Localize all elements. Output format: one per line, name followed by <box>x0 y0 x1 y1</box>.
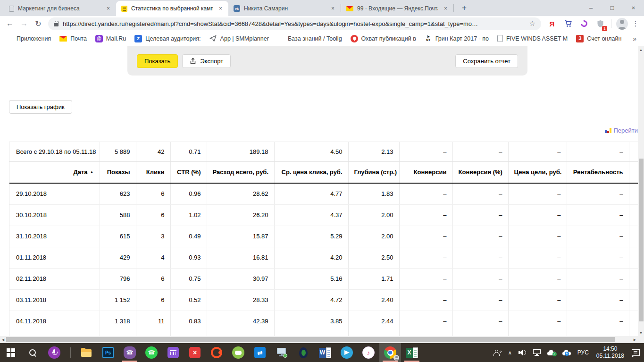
taskbar-cortana-button[interactable] <box>43 343 65 362</box>
bookmarks-overflow-icon[interactable]: » <box>631 31 638 46</box>
vertical-scrollbar-thumb[interactable] <box>639 159 644 321</box>
save-report-button[interactable]: Сохранить отчет <box>455 54 518 68</box>
taskbar-egg-app[interactable] <box>293 343 314 362</box>
scroll-down-icon[interactable]: ▼ <box>638 329 644 336</box>
tab-vk[interactable]: vk Никита Самарин × <box>228 1 341 16</box>
taskbar-word[interactable]: W <box>314 343 336 362</box>
column-header[interactable] <box>629 161 638 183</box>
column-header[interactable]: Ср. цена клика, руб. <box>274 161 348 183</box>
vertical-scrollbar[interactable]: ▲ ▼ <box>638 46 644 336</box>
taskbar-smmplanner[interactable] <box>162 343 184 362</box>
table-cell: 4.50 <box>274 142 348 161</box>
tray-cloud-sync-button[interactable]: ↻ <box>559 343 574 362</box>
url-text[interactable]: https://direct.yandex.ru/registered/main… <box>63 20 525 27</box>
tray-network-button[interactable] <box>530 343 544 362</box>
taskbar-remote-desktop[interactable] <box>271 343 293 362</box>
table-cell <box>629 332 638 336</box>
close-tab-icon[interactable]: × <box>217 5 225 13</box>
column-header[interactable]: Дата▲ <box>9 161 100 183</box>
show-chart-button[interactable]: Показать график <box>9 100 72 114</box>
new-tab-button[interactable]: + <box>458 1 471 15</box>
column-header[interactable]: Цена цели, руб. <box>508 161 567 183</box>
scroll-left-icon[interactable]: ◀ <box>0 336 6 343</box>
swirl-extension-icon[interactable] <box>577 17 591 30</box>
table-cell <box>100 332 136 336</box>
close-tab-icon[interactable]: × <box>442 5 450 13</box>
table-cell: 16.81 <box>207 247 274 268</box>
tray-people-button[interactable] <box>490 343 505 362</box>
table-cell: 3.85 <box>274 311 348 332</box>
taskbar-excel[interactable]: X <box>401 343 423 362</box>
table-cell: 4.77 <box>274 183 348 204</box>
scrollbar-corner <box>638 336 644 343</box>
taskbar-green-app[interactable] <box>227 343 249 362</box>
tab-marketing[interactable]: Маркетинг для бизнеса × <box>4 1 116 16</box>
column-header[interactable]: Конверсия (%) <box>452 161 508 183</box>
bookmark-five-winds[interactable]: FIVE WINDS ASSET M <box>497 35 568 42</box>
scroll-right-icon[interactable]: ▶ <box>632 336 638 343</box>
column-header[interactable]: Глубина (стр.) <box>348 161 399 183</box>
bookmark-mailru[interactable]: @Mail.Ru <box>95 35 126 42</box>
column-header[interactable]: Клики <box>136 161 170 183</box>
column-header[interactable]: Рентабельность <box>567 161 629 183</box>
metrika-link[interactable]: Перейти <box>605 127 638 134</box>
bookmark-smmplanner[interactable]: App | SMMplanner <box>209 35 269 42</box>
bookmark-invoice[interactable]: ЗСчет онлайн <box>576 35 621 42</box>
column-header[interactable]: Показы <box>100 161 136 183</box>
profile-avatar[interactable] <box>616 18 628 30</box>
tray-language-indicator[interactable]: РУС <box>574 343 592 362</box>
bookmark-reach[interactable]: Охват публикаций в <box>351 35 416 42</box>
browser-menu-icon[interactable]: ⋮ <box>630 19 641 28</box>
bookmark-green-card[interactable]: I♥NYГрин Карт 2017 - по <box>425 35 489 42</box>
tray-clock[interactable]: 14:50 05.11.2018 <box>592 343 628 362</box>
show-button[interactable]: Показать <box>137 54 178 68</box>
maximize-button[interactable]: □ <box>602 0 623 16</box>
taskbar-telegram[interactable] <box>336 343 358 362</box>
column-header[interactable]: CTR (%) <box>170 161 207 183</box>
table-cell: – <box>508 247 567 268</box>
tray-show-hidden-icons[interactable]: ∧ <box>505 343 515 362</box>
minimize-button[interactable]: – <box>580 0 602 16</box>
column-header[interactable]: Расход всего, руб. <box>207 161 274 183</box>
taskbar-photoshop[interactable]: Ps <box>97 343 119 362</box>
tab-statistics-active[interactable]: Статистика по выбранной камп × <box>116 1 228 16</box>
close-tab-icon[interactable]: × <box>329 5 337 13</box>
bookmark-knowledge-base[interactable]: База знаний / Toolig <box>277 35 342 42</box>
taskbar-itunes[interactable]: ♪ <box>358 343 379 362</box>
bookmark-pochta[interactable]: Почта <box>59 35 87 42</box>
horizontal-scrollbar[interactable]: ◀ ▶ <box>0 336 638 343</box>
taskbar-search-button[interactable] <box>22 343 43 362</box>
taskbar-red-x-app[interactable]: × <box>184 343 206 362</box>
tab-yandex-mail[interactable]: 99 · Входящие — Яндекс.Почта × <box>341 1 453 16</box>
close-window-button[interactable]: × <box>623 0 644 16</box>
yandex-extension-icon[interactable]: Я <box>545 17 559 30</box>
table-cell: 615 <box>100 226 136 247</box>
taskbar-whatsapp[interactable]: ☎ <box>141 343 162 362</box>
start-button[interactable] <box>0 343 22 362</box>
address-bar[interactable]: https://direct.yandex.ru/registered/main… <box>48 17 541 30</box>
table-cell: 2.50 <box>348 247 399 268</box>
taskbar-record-app[interactable] <box>206 343 227 362</box>
tray-volume-button[interactable] <box>515 343 530 362</box>
taskbar-file-explorer[interactable] <box>75 343 97 362</box>
taskbar-teamviewer[interactable]: ⇄ <box>249 343 271 362</box>
export-button[interactable]: Экспорт <box>182 54 231 68</box>
bookmark-apps[interactable]: Приложения <box>6 35 51 42</box>
reload-button[interactable]: ↻ <box>31 17 45 31</box>
horizontal-scrollbar-thumb[interactable] <box>6 337 615 342</box>
taskbar-viber[interactable]: ☎ <box>119 343 141 362</box>
bookmark-label: FIVE WINDS ASSET M <box>506 35 568 42</box>
shield-extension-icon[interactable]: 1 <box>594 17 607 30</box>
close-tab-icon[interactable]: × <box>104 5 112 13</box>
tray-cloud-synced-button[interactable]: ✓ <box>544 343 559 362</box>
bookmark-star-icon[interactable]: ☆ <box>529 19 535 28</box>
column-header[interactable]: Конверсии <box>399 161 452 183</box>
cart-extension-icon[interactable] <box>561 17 575 30</box>
lock-icon[interactable] <box>54 21 59 26</box>
tray-action-center-button[interactable] <box>628 343 643 362</box>
forward-button[interactable]: → <box>17 17 31 31</box>
bookmark-audience[interactable]: ZЦелевая аудитория: <box>134 35 201 42</box>
taskbar-chrome-active[interactable] <box>379 343 401 362</box>
scroll-up-icon[interactable]: ▲ <box>638 46 644 53</box>
back-button[interactable]: ← <box>3 17 17 31</box>
